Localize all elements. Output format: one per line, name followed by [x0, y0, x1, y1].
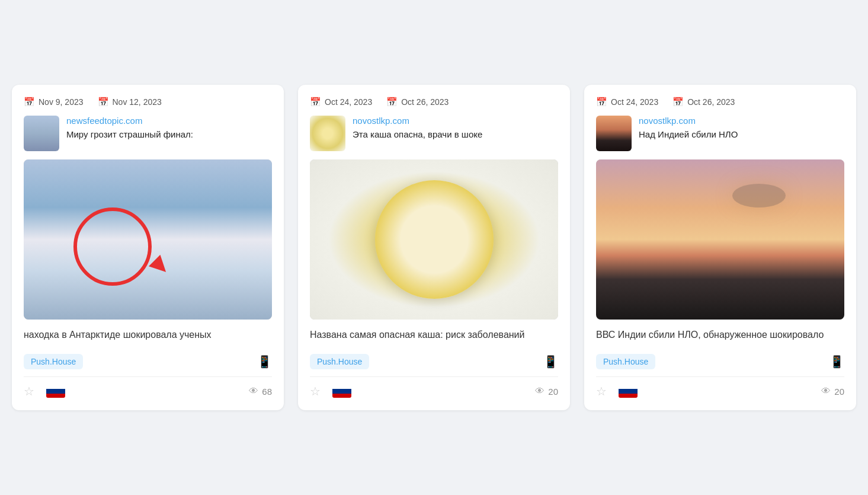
- cards-container: 📅 Nov 9, 2023 📅 Nov 12, 2023 newsfeedtop…: [12, 85, 856, 410]
- card-3-description: ВВС Индии сбили НЛО, обнаруженное шокиро…: [596, 328, 844, 342]
- card-2-footer-bottom: ☆ 👁 20: [310, 384, 558, 398]
- card-1-main-image: [24, 159, 272, 320]
- card-3-footer-top: Push.House 📱: [596, 352, 844, 369]
- card-3-divider: [596, 376, 844, 377]
- card-2-source-title: Эта каша опасна, врачи в шоке: [353, 128, 482, 140]
- card-2-views: 👁 20: [535, 386, 558, 397]
- card-1-date-end: 📅 Nov 12, 2023: [98, 97, 162, 107]
- card-1-badge[interactable]: Push.House: [24, 354, 83, 369]
- card-3-date-start: 📅 Oct 24, 2023: [596, 97, 658, 107]
- card-1-flag: [46, 385, 65, 398]
- eye-icon-1: 👁: [249, 386, 258, 397]
- calendar-icon-2b: 📅: [386, 97, 398, 107]
- card-2-footer-top: Push.House 📱: [310, 352, 558, 369]
- card-1-footer-bottom: ☆ 👁 68: [24, 384, 272, 398]
- card-1: 📅 Nov 9, 2023 📅 Nov 12, 2023 newsfeedtop…: [12, 85, 284, 410]
- card-3-dates: 📅 Oct 24, 2023 📅 Oct 26, 2023: [596, 97, 844, 107]
- card-2-mobile-icon: 📱: [543, 355, 558, 369]
- card-1-star[interactable]: ☆: [24, 384, 34, 398]
- card-1-view-count: 68: [262, 387, 272, 397]
- card-3-flag: [619, 385, 638, 398]
- card-2: 📅 Oct 24, 2023 📅 Oct 26, 2023 novostlkp.…: [298, 85, 570, 410]
- card-1-description: находка в Антарктиде шокировала ученых: [24, 328, 272, 342]
- card-2-badge[interactable]: Push.House: [310, 354, 369, 369]
- card-3-mobile-icon: 📱: [829, 355, 844, 369]
- card-3-source-info: novostlkp.com Над Индией сбили НЛО: [639, 116, 738, 140]
- card-2-star[interactable]: ☆: [310, 384, 321, 398]
- card-1-mobile-icon: 📱: [257, 355, 272, 369]
- card-1-dates: 📅 Nov 9, 2023 📅 Nov 12, 2023: [24, 97, 272, 107]
- card-3-view-count: 20: [834, 387, 844, 397]
- eye-icon-3: 👁: [821, 386, 831, 397]
- card-2-date-start: 📅 Oct 24, 2023: [310, 97, 372, 107]
- card-2-date-end: 📅 Oct 26, 2023: [386, 97, 449, 107]
- card-3-badge[interactable]: Push.House: [596, 354, 655, 369]
- card-2-main-image: [310, 159, 558, 320]
- card-3-footer-bottom: ☆ 👁 20: [596, 384, 844, 398]
- card-3-thumb: [596, 116, 632, 151]
- card-2-description: Названа самая опасная каша: риск заболев…: [310, 328, 558, 342]
- eye-icon-2: 👁: [535, 386, 544, 397]
- card-3-date-end: 📅 Oct 26, 2023: [672, 97, 735, 107]
- card-1-divider: [24, 376, 272, 377]
- card-1-source-row: newsfeedtopic.com Миру грозит страшный ф…: [24, 116, 272, 151]
- card-3-views: 👁 20: [821, 386, 844, 397]
- card-1-footer-top: Push.House 📱: [24, 352, 272, 369]
- card-3-star[interactable]: ☆: [596, 384, 607, 398]
- card-2-source-row: novostlkp.com Эта каша опасна, врачи в ш…: [310, 116, 558, 151]
- card-3-domain[interactable]: novostlkp.com: [639, 116, 738, 126]
- calendar-icon-2a: 📅: [310, 97, 321, 107]
- card-1-thumb: [24, 116, 59, 151]
- calendar-icon-1b: 📅: [98, 97, 109, 107]
- card-3-source-title: Над Индией сбили НЛО: [639, 128, 738, 140]
- card-1-source-info: newsfeedtopic.com Миру грозит страшный ф…: [66, 116, 193, 140]
- card-2-flag: [332, 385, 351, 398]
- card-1-source-title: Миру грозит страшный финал:: [66, 128, 193, 140]
- card-2-dates: 📅 Oct 24, 2023 📅 Oct 26, 2023: [310, 97, 558, 107]
- card-3: 📅 Oct 24, 2023 📅 Oct 26, 2023 novostlkp.…: [584, 85, 856, 410]
- calendar-icon-3a: 📅: [596, 97, 607, 107]
- card-3-source-row: novostlkp.com Над Индией сбили НЛО: [596, 116, 844, 151]
- calendar-icon-1a: 📅: [24, 97, 35, 107]
- card-1-date-start: 📅 Nov 9, 2023: [24, 97, 84, 107]
- card-1-views: 👁 68: [249, 386, 272, 397]
- card-1-domain[interactable]: newsfeedtopic.com: [66, 116, 193, 126]
- card-2-thumb: [310, 116, 345, 151]
- card-2-source-info: novostlkp.com Эта каша опасна, врачи в ш…: [353, 116, 482, 140]
- card-2-domain[interactable]: novostlkp.com: [353, 116, 482, 126]
- card-2-divider: [310, 376, 558, 377]
- calendar-icon-3b: 📅: [672, 97, 684, 107]
- card-2-view-count: 20: [548, 387, 558, 397]
- card-3-main-image: [596, 159, 844, 320]
